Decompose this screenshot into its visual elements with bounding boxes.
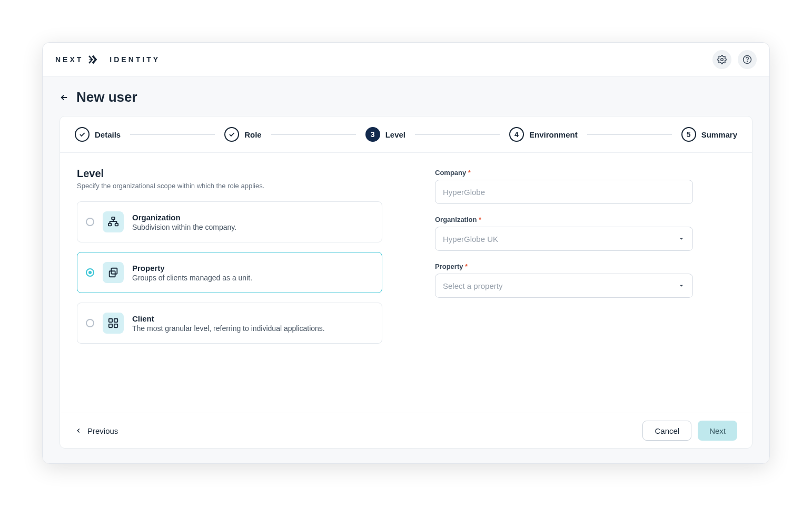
footer-actions: Cancel Next [642,421,737,441]
step-level[interactable]: 3 Level [365,127,405,142]
step-number: 3 [365,127,380,142]
arrow-left-icon [60,93,69,102]
svg-point-0 [90,59,91,60]
check-icon [224,127,239,142]
step-connector [415,134,500,135]
client-icon [103,313,124,334]
back-button[interactable] [60,93,69,102]
property-group: Property * Select a property [435,261,693,298]
chevron-left-icon [75,427,82,434]
help-icon [742,55,752,64]
header-actions [712,50,757,69]
level-options: Level Specify the organizational scope w… [77,168,382,398]
option-organization[interactable]: Organization Subdivision within the comp… [77,201,382,242]
step-summary[interactable]: 5 Summary [681,127,737,142]
settings-button[interactable] [712,50,731,69]
card-footer: Previous Cancel Next [60,413,752,448]
radio-input[interactable] [86,268,94,277]
company-group: Company * HyperGlobe [435,168,693,204]
wizard-card: Details Role 3 Level 4 Environment [60,116,752,449]
option-description: Subdivision within the company. [132,223,236,231]
organization-label: Organization * [435,216,481,223]
property-placeholder: Select a property [443,281,502,290]
help-button[interactable] [738,50,757,69]
property-select[interactable]: Select a property [435,274,693,298]
property-label: Property * [435,262,468,270]
svg-point-3 [747,61,748,62]
previous-button[interactable]: Previous [75,426,118,435]
page-title: New user [76,89,137,105]
page-header: New user [43,89,769,116]
radio-input[interactable] [86,218,94,226]
logo-text-left: NEXT [55,55,83,64]
app-window: NEXT IDENTITY [42,42,770,464]
step-label: Summary [701,130,737,139]
organization-group: Organization * HyperGlobe UK [435,215,693,251]
step-connector [587,134,672,135]
svg-rect-10 [114,319,117,322]
previous-label: Previous [87,426,118,435]
svg-rect-4 [112,217,115,220]
step-number: 5 [681,127,696,142]
svg-rect-6 [115,223,118,226]
step-number: 4 [509,127,524,142]
step-label: Details [95,130,121,139]
stepper: Details Role 3 Level 4 Environment [60,116,752,153]
property-icon [103,262,124,283]
organization-icon [103,211,124,232]
svg-point-1 [721,58,724,61]
organization-value: HyperGlobe UK [443,235,498,244]
svg-rect-11 [109,324,112,327]
logo-icon [88,55,104,64]
option-client[interactable]: Client The most granular level, referrin… [77,303,382,344]
svg-rect-5 [108,223,112,226]
next-button[interactable]: Next [698,421,737,441]
option-title: Organization [132,213,236,222]
chevron-down-icon [678,282,685,289]
form-panel: Company * HyperGlobe Organization * Hype… [435,168,693,398]
section-description: Specify the organizational scope within … [77,182,382,190]
section-title: Level [77,168,382,180]
step-connector [271,134,356,135]
gear-icon [717,55,727,64]
step-label: Environment [529,130,578,139]
company-label: Company * [435,169,471,177]
svg-rect-12 [114,324,117,327]
logo: NEXT IDENTITY [55,55,160,64]
option-title: Property [132,264,252,273]
organization-select[interactable]: HyperGlobe UK [435,227,693,251]
cancel-button[interactable]: Cancel [642,421,691,441]
option-description: The most granular level, referring to in… [132,324,325,333]
option-title: Client [132,314,325,323]
step-connector [130,134,215,135]
step-role[interactable]: Role [224,127,262,142]
option-property[interactable]: Property Groups of clients managed as a … [77,252,382,293]
logo-text-right: IDENTITY [110,55,160,64]
company-field[interactable]: HyperGlobe [435,180,693,204]
svg-rect-9 [109,319,112,322]
step-environment[interactable]: 4 Environment [509,127,578,142]
step-label: Role [244,130,262,139]
step-label: Level [385,130,405,139]
chevron-down-icon [678,235,685,242]
check-icon [75,127,90,142]
app-header: NEXT IDENTITY [43,43,769,76]
company-value: HyperGlobe [443,188,485,197]
page-content: New user Details Role [43,76,769,463]
option-description: Groups of clients managed as a unit. [132,274,252,282]
card-body: Level Specify the organizational scope w… [60,153,752,413]
step-details[interactable]: Details [75,127,121,142]
radio-input[interactable] [86,319,94,327]
